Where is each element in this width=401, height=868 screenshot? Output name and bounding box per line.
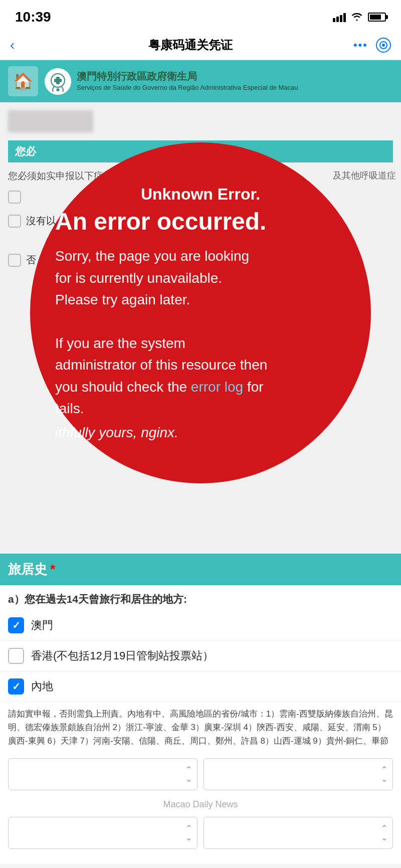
travel-history-header: 旅居史 * (0, 554, 401, 585)
select-row-2: ⌃⌄ ⌃⌄ (0, 814, 401, 854)
checkbox-macau[interactable] (8, 617, 24, 633)
bg-checkbox-2 (8, 215, 21, 228)
checkbox-label-mainland: 內地 (31, 679, 53, 694)
error-line-4: If you are the system (55, 335, 185, 351)
svg-point-5 (57, 88, 60, 91)
bureau-name-pt: Serviços de Saúde do Governo da Região A… (77, 83, 298, 92)
sub-question-a: a）您在過去14天曾旅行和居住的地方: (0, 585, 401, 610)
select-province-1[interactable]: ⌃⌄ (8, 758, 197, 790)
error-line-1: Sorry, the page you are looking (55, 248, 249, 264)
health-bureau-logo (44, 68, 72, 95)
svg-rect-4 (54, 79, 62, 82)
status-bar: 10:39 (0, 0, 401, 30)
blurred-field (8, 110, 93, 132)
error-nginx-text: ithfully yours, nginx. (55, 425, 178, 440)
checkbox-mainland[interactable] (8, 678, 24, 695)
svg-point-1 (382, 44, 385, 47)
checkbox-item-hk[interactable]: 香港(不包括12月19日管制站投票站） (0, 641, 401, 671)
page-title: 粤康码通关凭证 (30, 37, 351, 53)
checkbox-item-mainland[interactable]: 內地 (0, 671, 401, 702)
error-title-main: An error occurred. (55, 208, 346, 235)
bg-text-right-1: 及其他呼吸道症 (333, 169, 396, 182)
error-circle: Unknown Error. An error occurred. Sorry,… (30, 142, 371, 483)
bureau-name-cn: 澳門特別行政區政府衛生局 (77, 70, 298, 83)
required-star: * (50, 562, 55, 577)
travel-history-section: 旅居史 * a）您在過去14天曾旅行和居住的地方: 澳門 香港(不包括12月19… (0, 554, 401, 864)
footer-credit: 头条 @澳门日报 (0, 864, 401, 868)
checkbox-item-macau[interactable]: 澳門 (0, 610, 401, 641)
error-line-6: you should check the (55, 379, 187, 395)
status-time: 10:39 (15, 9, 51, 25)
error-nginx: ithfully yours, nginx. (55, 425, 346, 441)
error-body: Sorry, the page you are looking for is c… (55, 245, 346, 419)
signal-icon (333, 12, 346, 22)
checkbox-hk[interactable] (8, 648, 24, 664)
error-line-2: for is currently unavailable. (55, 270, 222, 286)
error-title-unknown: Unknown Error. (55, 185, 346, 204)
error-for: for (247, 379, 264, 395)
home-icon[interactable]: 🏠 (8, 66, 38, 96)
header-banner: 🏠 澳門特別行政區政府衛生局 Serviços de Saúde do Gove… (0, 60, 401, 102)
select-row-1: ⌃⌄ ⌃⌄ (0, 753, 401, 795)
error-tails: tails. (55, 401, 84, 416)
checkbox-label-hk: 香港(不包括12月19日管制站投票站） (31, 648, 214, 663)
checkbox-label-macau: 澳門 (31, 618, 53, 633)
select-province-2[interactable]: ⌃⌄ (8, 817, 197, 849)
select-arrow-1: ⌃⌄ (185, 765, 192, 784)
bg-checkbox-3 (8, 254, 21, 267)
nav-bar: ‹ 粤康码通关凭证 ••• (0, 30, 401, 60)
error-overlay-wrapper: 您必 您必须如实申报以下症状：发烧（体温超过37.3度）、咳嗽、气喘 及其他呼吸… (0, 102, 401, 554)
select-city-2[interactable]: ⌃⌄ (204, 817, 393, 849)
error-line-5: administrator of this resource then (55, 357, 267, 373)
header-logo-area: 澳門特別行政區政府衛生局 Serviços de Saúde do Govern… (44, 68, 298, 95)
back-button[interactable]: ‹ (10, 37, 30, 53)
select-arrow-4: ⌃⌄ (381, 823, 387, 842)
watermark: Macao Daily News (0, 795, 401, 814)
bg-checkbox-1 (8, 191, 21, 204)
qr-scan-button[interactable] (376, 38, 391, 53)
nav-right-actions: ••• (351, 38, 391, 53)
bg-checkbox-label-3: 否 (26, 253, 36, 267)
select-city-1[interactable]: ⌃⌄ (204, 758, 393, 790)
more-options-button[interactable]: ••• (353, 39, 368, 52)
travel-history-title: 旅居史 (8, 561, 47, 578)
wifi-icon (351, 11, 363, 24)
error-line-3: Please try again later. (55, 292, 190, 307)
error-log-link[interactable]: error log (191, 379, 243, 395)
header-text-area: 澳門特別行政區政府衛生局 Serviços de Saúde do Govern… (77, 70, 298, 92)
battery-icon (368, 13, 386, 22)
select-arrow-2: ⌃⌄ (381, 765, 387, 784)
bg-section-label: 您必 (15, 144, 36, 158)
status-icons (333, 11, 386, 24)
select-arrow-3: ⌃⌄ (185, 823, 192, 842)
home-icon-glyph: 🏠 (13, 72, 33, 91)
warning-text: 請如實申報，否則需負上刑責。內地有中、高風險地區的省份/城市：1）雲南-西雙版納… (0, 702, 401, 753)
